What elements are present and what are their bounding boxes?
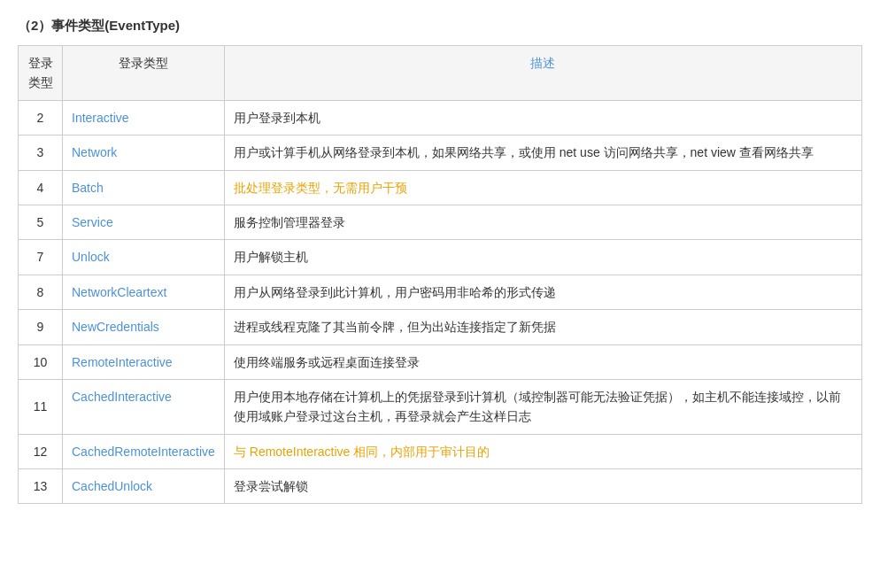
cell-num: 13	[19, 469, 63, 504]
cell-type: NewCredentials	[63, 310, 225, 344]
cell-desc: 批处理登录类型，无需用户干预	[224, 170, 861, 205]
cell-num: 3	[19, 135, 63, 170]
cell-type: CachedInteractive	[63, 379, 225, 434]
table-row: 5Service服务控制管理器登录	[19, 205, 862, 239]
cell-type: CachedRemoteInteractive	[63, 434, 225, 468]
cell-num: 11	[19, 379, 63, 434]
cell-type: Batch	[63, 170, 225, 205]
table-row: 7Unlock用户解锁主机	[19, 240, 862, 275]
table-row: 2Interactive用户登录到本机	[19, 100, 862, 135]
cell-desc: 与 RemoteInteractive 相同，内部用于审计目的	[224, 434, 861, 468]
table-row: 10RemoteInteractive使用终端服务或远程桌面连接登录	[19, 344, 862, 379]
cell-num: 8	[19, 275, 63, 309]
cell-num: 10	[19, 344, 63, 379]
cell-type: NetworkCleartext	[63, 275, 225, 309]
cell-type: Interactive	[63, 100, 225, 135]
cell-desc: 用户或计算手机从网络登录到本机，如果网络共享，或使用 net use 访问网络共…	[224, 135, 861, 170]
table-row: 3Network用户或计算手机从网络登录到本机，如果网络共享，或使用 net u…	[19, 135, 862, 170]
cell-num: 4	[19, 170, 63, 205]
cell-desc: 服务控制管理器登录	[224, 205, 861, 239]
page-title: （2）事件类型(EventType)	[18, 18, 862, 35]
cell-desc: 进程或线程克隆了其当前令牌，但为出站连接指定了新凭据	[224, 310, 861, 344]
cell-type: RemoteInteractive	[63, 344, 225, 379]
table-row: 12CachedRemoteInteractive与 RemoteInterac…	[19, 434, 862, 468]
cell-desc: 使用终端服务或远程桌面连接登录	[224, 344, 861, 379]
table-row: 9NewCredentials进程或线程克隆了其当前令牌，但为出站连接指定了新凭…	[19, 310, 862, 344]
cell-type: Unlock	[63, 240, 225, 275]
col-header-num: 登录类型	[19, 46, 63, 101]
cell-desc: 用户解锁主机	[224, 240, 861, 275]
table-row: 13CachedUnlock登录尝试解锁	[19, 469, 862, 504]
cell-desc: 用户使用本地存储在计算机上的凭据登录到计算机（域控制器可能无法验证凭据），如主机…	[224, 379, 861, 434]
cell-num: 9	[19, 310, 63, 344]
col-header-desc: 描述	[224, 46, 861, 101]
table-row: 8NetworkCleartext用户从网络登录到此计算机，用户密码用非哈希的形…	[19, 275, 862, 309]
cell-desc: 用户登录到本机	[224, 100, 861, 135]
event-type-table: 登录类型 登录类型 描述 2Interactive用户登录到本机3Network…	[18, 45, 862, 504]
cell-type: CachedUnlock	[63, 469, 225, 504]
table-row: 11CachedInteractive用户使用本地存储在计算机上的凭据登录到计算…	[19, 379, 862, 434]
cell-type: Service	[63, 205, 225, 239]
cell-desc: 登录尝试解锁	[224, 469, 861, 504]
cell-num: 5	[19, 205, 63, 239]
table-row: 4Batch批处理登录类型，无需用户干预	[19, 170, 862, 205]
cell-num: 2	[19, 100, 63, 135]
cell-num: 7	[19, 240, 63, 275]
cell-type: Network	[63, 135, 225, 170]
col-header-type: 登录类型	[63, 46, 225, 101]
cell-desc: 用户从网络登录到此计算机，用户密码用非哈希的形式传递	[224, 275, 861, 309]
cell-num: 12	[19, 434, 63, 468]
